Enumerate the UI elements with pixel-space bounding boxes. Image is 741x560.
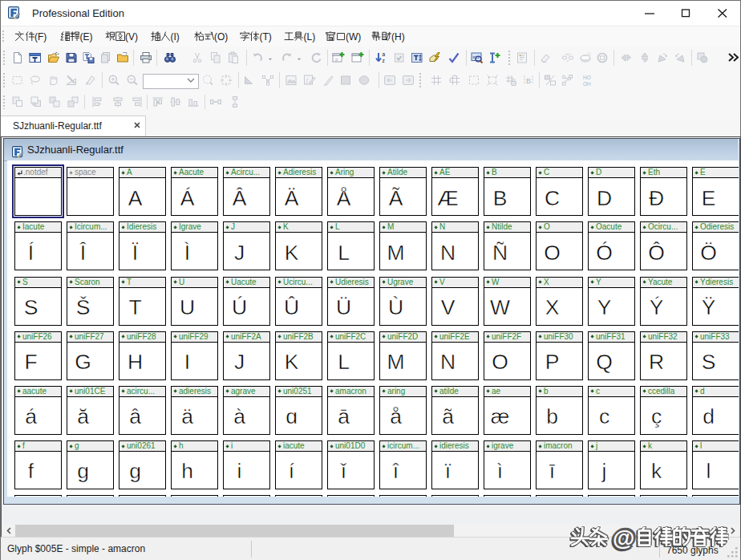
svg-text:HO: HO [583,75,591,80]
svg-text:z: z [383,58,385,63]
svg-text:a: a [383,51,386,57]
svg-text:OH: OH [583,81,591,87]
svg-text:@: @ [613,526,634,550]
svg-text:B: B [526,77,531,85]
